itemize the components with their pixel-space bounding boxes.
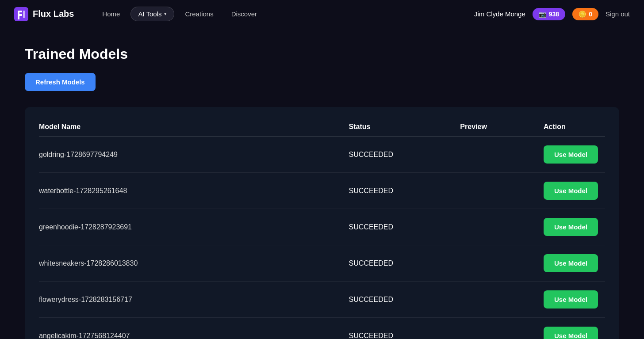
table-header-row: Model Name Status Preview Action: [39, 118, 605, 137]
chevron-down-icon: ▾: [164, 11, 167, 17]
username: Jim Clyde Monge: [474, 10, 525, 18]
nav-ai-tools-label: AI Tools: [138, 10, 161, 18]
status-cell: SUCCEEDED: [342, 245, 453, 282]
preview-cell: [453, 173, 537, 209]
status-cell: SUCCEEDED: [342, 318, 453, 339]
page-title: Trained Models: [25, 46, 619, 62]
purple-credits-value: 938: [549, 11, 559, 18]
model-name-cell: greenhoodie-1728287923691: [39, 209, 342, 245]
nav-ai-tools[interactable]: AI Tools ▾: [130, 7, 174, 21]
preview-cell: [453, 318, 537, 339]
preview-cell: [453, 282, 537, 318]
table-row: angelicakim-1727568124407SUCCEEDEDUse Mo…: [39, 318, 605, 339]
coin-icon: 🪙: [579, 11, 586, 18]
nav-links: Home AI Tools ▾ Creations Discover: [95, 7, 474, 21]
model-name-cell: waterbottle-1728295261648: [39, 173, 342, 209]
column-status: Status: [342, 118, 453, 137]
preview-cell: [453, 209, 537, 245]
models-table: Model Name Status Preview Action goldrin…: [39, 118, 605, 339]
main-content: Trained Models Refresh Models Model Name…: [0, 28, 644, 339]
status-cell: SUCCEEDED: [342, 173, 453, 209]
table-row: flowerydress-1728283156717SUCCEEDEDUse M…: [39, 282, 605, 318]
orange-credits-value: 0: [589, 11, 592, 18]
action-cell: Use Model: [537, 137, 605, 173]
status-badge: SUCCEEDED: [349, 296, 393, 303]
nav-creations[interactable]: Creations: [178, 7, 220, 21]
nav-discover[interactable]: Discover: [224, 7, 264, 21]
use-model-button[interactable]: Use Model: [544, 254, 598, 272]
model-name-cell: angelicakim-1727568124407: [39, 318, 342, 339]
model-name-cell: flowerydress-1728283156717: [39, 282, 342, 318]
logo-text: Flux Labs: [33, 9, 74, 19]
status-cell: SUCCEEDED: [342, 137, 453, 173]
status-cell: SUCCEEDED: [342, 282, 453, 318]
table-row: waterbottle-1728295261648SUCCEEDEDUse Mo…: [39, 173, 605, 209]
purple-credits-badge[interactable]: 📷 938: [533, 8, 565, 20]
use-model-button[interactable]: Use Model: [544, 145, 598, 164]
status-badge: SUCCEEDED: [349, 187, 393, 194]
logo-icon: [14, 7, 28, 21]
status-badge: SUCCEEDED: [349, 151, 393, 158]
action-cell: Use Model: [537, 173, 605, 209]
status-badge: SUCCEEDED: [349, 259, 393, 267]
status-badge: SUCCEEDED: [349, 223, 393, 231]
model-name-cell: whitesneakers-1728286013830: [39, 245, 342, 282]
model-name-cell: goldring-1728697794249: [39, 137, 342, 173]
table-row: greenhoodie-1728287923691SUCCEEDEDUse Mo…: [39, 209, 605, 245]
use-model-button[interactable]: Use Model: [544, 290, 598, 309]
status-cell: SUCCEEDED: [342, 209, 453, 245]
column-preview: Preview: [453, 118, 537, 137]
column-model-name: Model Name: [39, 118, 342, 137]
camera-icon: 📷: [539, 11, 546, 18]
action-cell: Use Model: [537, 209, 605, 245]
action-cell: Use Model: [537, 245, 605, 282]
use-model-button[interactable]: Use Model: [544, 327, 598, 339]
table-row: whitesneakers-1728286013830SUCCEEDEDUse …: [39, 245, 605, 282]
preview-cell: [453, 245, 537, 282]
nav-right: Jim Clyde Monge 📷 938 🪙 0 Sign out: [474, 8, 630, 20]
signout-link[interactable]: Sign out: [606, 10, 630, 18]
models-table-container: Model Name Status Preview Action goldrin…: [25, 107, 619, 339]
orange-credits-badge[interactable]: 🪙 0: [572, 8, 598, 20]
action-cell: Use Model: [537, 282, 605, 318]
table-row: goldring-1728697794249SUCCEEDEDUse Model: [39, 137, 605, 173]
logo[interactable]: Flux Labs: [14, 7, 74, 21]
nav-home[interactable]: Home: [95, 7, 127, 21]
column-action: Action: [537, 118, 605, 137]
use-model-button[interactable]: Use Model: [544, 182, 598, 200]
action-cell: Use Model: [537, 318, 605, 339]
navbar: Flux Labs Home AI Tools ▾ Creations Disc…: [0, 0, 644, 28]
refresh-models-button[interactable]: Refresh Models: [25, 73, 96, 91]
status-badge: SUCCEEDED: [349, 332, 393, 339]
preview-cell: [453, 137, 537, 173]
use-model-button[interactable]: Use Model: [544, 218, 598, 236]
